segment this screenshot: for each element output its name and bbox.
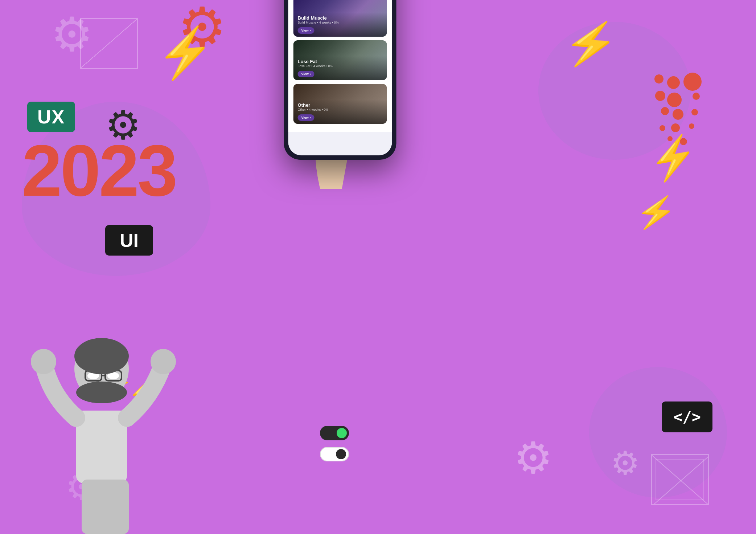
card-overlay-other: Other Other • 4 weeks • 0% View	[293, 99, 387, 124]
person-figure	[22, 309, 189, 534]
dots-cluster	[629, 73, 702, 152]
workout-card-lose-fat[interactable]: Lose Fat Lose Fat • 4 weeks • 0% View	[293, 40, 387, 80]
app-body: Personalised Programs Request Build Musc…	[288, 0, 392, 132]
svg-point-12	[151, 349, 176, 374]
svg-line-1	[652, 455, 708, 504]
gear-icon-white-br: ⚙	[514, 436, 553, 480]
code-badge: </>	[662, 401, 712, 432]
lightning-bolt-1: ⚡	[154, 27, 217, 79]
toggle-on-row	[320, 426, 349, 440]
phone-screen: 9:41 ▐▐▐ wifi ▮▮▮ Workouts 🕐 Personalise…	[288, 0, 392, 155]
card-overlay-muscle: Build Muscle Build Muscle • 4 weeks • 0%…	[293, 12, 387, 37]
svg-point-9	[74, 338, 129, 374]
ui-badge: UI	[105, 225, 153, 256]
card-overlay-fat: Lose Fat Lose Fat • 4 weeks • 0% View	[293, 56, 387, 80]
workout-card-other[interactable]: Other Other • 4 weeks • 0% View	[293, 84, 387, 124]
lightning-bolt-2: ⚡	[562, 20, 620, 68]
phone-container: 9:41 ▐▐▐ wifi ▮▮▮ Workouts 🕐 Personalise…	[284, 0, 397, 160]
svg-line-0	[652, 455, 708, 504]
ux-badge: UX	[27, 102, 75, 132]
phone: 9:41 ▐▐▐ wifi ▮▮▮ Workouts 🕐 Personalise…	[284, 0, 397, 160]
card-subtitle-muscle: Build Muscle • 4 weeks • 0%	[298, 21, 383, 24]
toggle-off-switch[interactable]	[320, 447, 349, 461]
card-title-fat: Lose Fat	[298, 59, 383, 64]
toggles-container	[320, 426, 349, 461]
svg-rect-13	[82, 480, 129, 534]
card-subtitle-fat: Lose Fat • 4 weeks • 0%	[298, 64, 383, 68]
workout-card-build-muscle[interactable]: Build Muscle Build Muscle • 4 weeks • 0%…	[293, 0, 387, 37]
card-title-muscle: Build Muscle	[298, 15, 383, 21]
rect-diagonal-lines	[652, 455, 708, 504]
gear-icon-white-tl: ⚙	[51, 11, 93, 58]
rect-outline-br	[651, 454, 709, 505]
toggle-on-switch[interactable]	[320, 426, 349, 440]
view-button-muscle[interactable]: View	[298, 27, 315, 34]
year-text: 2023	[22, 134, 176, 207]
lightning-bolt-4: ⚡	[634, 194, 677, 230]
svg-point-11	[31, 349, 56, 374]
svg-point-8	[76, 382, 127, 403]
toggle-off-row	[320, 447, 349, 461]
gear-icon-white-sm-r: ⚙	[611, 447, 640, 480]
card-subtitle-other: Other • 4 weeks • 0%	[298, 108, 383, 111]
view-button-fat[interactable]: View	[298, 71, 315, 77]
view-button-other[interactable]: View	[298, 114, 315, 121]
card-title-other: Other	[298, 102, 383, 108]
